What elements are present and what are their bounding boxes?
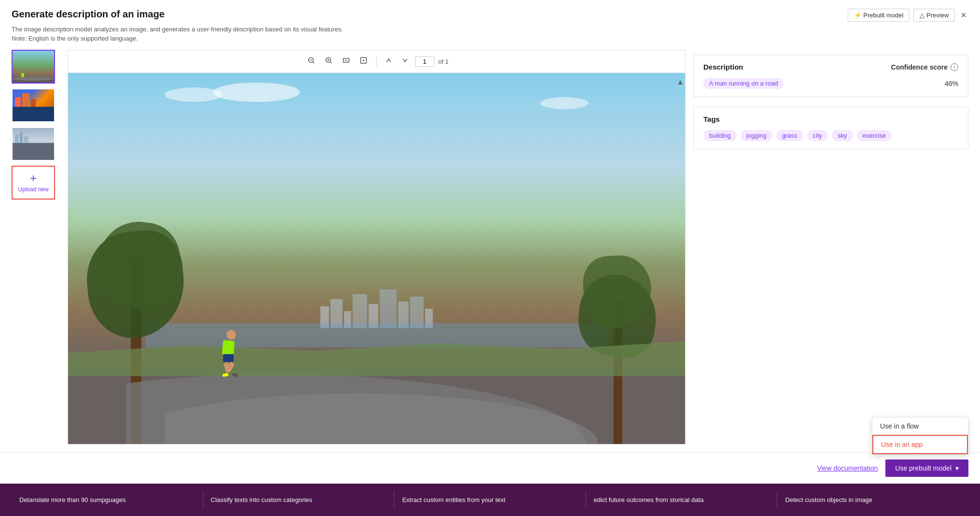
upload-new-button[interactable]: + Upload new	[12, 166, 55, 200]
bottom-card-text-1: Detanslate more than 90 sumpguages	[19, 496, 126, 503]
tags-section: Tags building jogging grass city sky exe…	[693, 107, 968, 149]
dropdown-use-in-flow[interactable]: Use in a flow	[872, 417, 968, 435]
dialog-body: + Upload new	[0, 42, 980, 452]
svg-line-6	[330, 62, 332, 63]
page-number-input[interactable]	[415, 57, 434, 67]
bottom-card-text-5: Detect custom objects in image	[785, 496, 872, 503]
description-tag: A man running on a road	[703, 78, 784, 89]
thumbnail-item-1[interactable]	[12, 50, 55, 84]
scroll-down-button[interactable]: ▼	[676, 430, 684, 439]
tags-section-header: Tags	[703, 115, 958, 123]
tags-container: building jogging grass city sky exercise	[703, 130, 958, 141]
svg-line-2	[313, 62, 314, 63]
description-section: Description Confidence score i A man run…	[693, 55, 968, 97]
prev-page-button[interactable]	[382, 56, 395, 67]
bottom-card-2: Classify texts into custom categories	[203, 491, 395, 509]
bottom-card-text-4: edict future outcomes from storical data	[594, 496, 704, 503]
tag-grass: grass	[776, 130, 803, 141]
thumbnail-item-3[interactable]	[12, 127, 55, 161]
tag-sky: sky	[832, 130, 853, 141]
description-row: A man running on a road 46%	[703, 78, 958, 89]
thumbnails-panel: + Upload new	[12, 50, 60, 444]
header-right: ⚡ Prebuilt model △ Preview ×	[848, 9, 968, 22]
tag-building: building	[703, 130, 737, 141]
dialog-header: Generate description of an image ⚡ Prebu…	[0, 0, 980, 22]
dialog-footer: View documentation Use prebuilt model ▾ …	[0, 452, 980, 484]
tags-title: Tags	[703, 115, 720, 123]
use-model-label: Use prebuilt model	[895, 464, 952, 472]
viewer-toolbar: of 1	[68, 50, 685, 73]
zoom-out-button[interactable]	[305, 55, 318, 68]
info-icon[interactable]: i	[951, 63, 958, 71]
upload-label: Upload new	[18, 186, 48, 193]
description-section-header: Description Confidence score i	[703, 63, 958, 71]
prebuilt-model-button[interactable]: ⚡ Prebuilt model	[848, 9, 910, 22]
results-panel: Description Confidence score i A man run…	[693, 50, 968, 444]
preview-button[interactable]: △ Preview	[913, 9, 955, 22]
fit-width-button[interactable]	[339, 55, 353, 68]
dialog-title: Generate description of an image	[12, 9, 165, 20]
bottom-bar: Detanslate more than 90 sumpguages Class…	[0, 484, 980, 516]
confidence-header-area: Confidence score i	[891, 63, 958, 71]
scroll-up-button[interactable]: ▲	[676, 78, 684, 86]
bottom-card-3: Extract custom entities from your text	[394, 491, 586, 509]
confidence-label: Confidence score	[891, 63, 948, 71]
dropdown-arrow-icon: ▾	[955, 464, 959, 472]
close-button[interactable]: ×	[959, 10, 968, 21]
page-of-label: of 1	[438, 58, 449, 65]
confidence-value: 46%	[945, 80, 958, 87]
dialog-container: Generate description of an image ⚡ Prebu…	[0, 0, 980, 516]
next-page-button[interactable]	[399, 56, 411, 67]
tag-exercise: exercise	[857, 130, 892, 141]
dropdown-use-in-app[interactable]: Use in an app	[872, 435, 968, 454]
bottom-card-4: edict future outcomes from storical data	[586, 491, 778, 509]
view-documentation-link[interactable]: View documentation	[817, 464, 878, 472]
description-title: Description	[703, 63, 743, 71]
tag-city: city	[807, 130, 828, 141]
toolbar-separator	[376, 57, 377, 66]
use-prebuilt-model-button[interactable]: Use prebuilt model ▾	[885, 459, 968, 477]
dialog-note: Note: English is the only supported lang…	[0, 33, 980, 42]
upload-plus-icon: +	[30, 172, 37, 184]
dropdown-menu: Use in a flow Use in an app	[872, 417, 968, 455]
bottom-card-5: Detect custom objects in image	[777, 491, 968, 509]
bottom-card-text-3: Extract custom entities from your text	[402, 496, 505, 503]
main-image-area: ▲ ▼	[68, 73, 685, 444]
bottom-card-text-2: Classify texts into custom categories	[211, 496, 312, 503]
thumbnail-item-2[interactable]	[12, 88, 55, 122]
dialog-subtitle: The image description model analyzes an …	[0, 22, 980, 33]
dialog-title-area: Generate description of an image	[12, 9, 165, 20]
bottom-card-1: Detanslate more than 90 sumpguages	[12, 491, 203, 509]
image-viewer: of 1	[68, 50, 686, 444]
fit-page-button[interactable]	[357, 55, 370, 68]
zoom-in-button[interactable]	[322, 55, 336, 68]
tag-jogging: jogging	[741, 130, 772, 141]
